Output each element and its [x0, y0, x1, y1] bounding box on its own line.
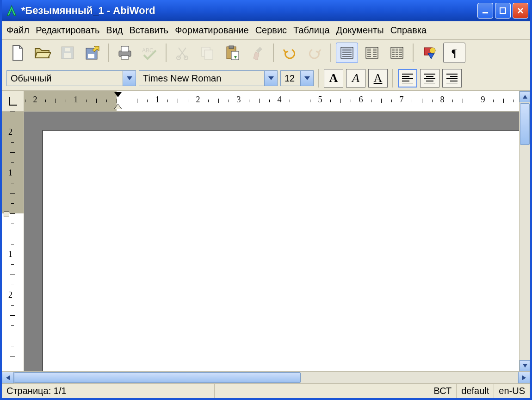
- svg-marker-52: [428, 53, 434, 59]
- scroll-thumb[interactable]: [14, 372, 301, 383]
- vertical-scrollbar[interactable]: [519, 91, 530, 371]
- menu-edit[interactable]: Редактировать: [36, 25, 99, 36]
- svg-point-53: [430, 48, 435, 53]
- ruler-number: 6: [359, 95, 363, 105]
- formatting-toolbar: Обычный Times New Roman 12 A A A: [2, 66, 530, 91]
- new-button[interactable]: [6, 43, 29, 63]
- columns-3-button[interactable]: [386, 43, 408, 63]
- scroll-track[interactable]: [14, 372, 518, 383]
- tab-stop-selector[interactable]: [2, 91, 24, 112]
- tabstop-icon: [9, 97, 17, 106]
- align-center-button[interactable]: [420, 69, 439, 88]
- scroll-right-button[interactable]: [518, 372, 530, 383]
- status-page: Страница: 1/1: [2, 384, 215, 398]
- status-lang[interactable]: en-US: [494, 384, 530, 398]
- style-value: Обычный: [7, 73, 123, 84]
- scroll-up-button[interactable]: [520, 91, 530, 102]
- size-combo[interactable]: 12: [280, 70, 314, 86]
- application-window: *Безымянный_1 - AbiWord Файл Редактирова…: [0, 0, 532, 400]
- svg-rect-4: [65, 48, 70, 51]
- svg-marker-73: [523, 364, 527, 368]
- align-right-button[interactable]: [442, 69, 462, 88]
- scroll-left-button[interactable]: [2, 372, 14, 383]
- titlebar[interactable]: *Безымянный_1 - AbiWord: [2, 0, 530, 21]
- ruler-number: 5: [318, 95, 322, 105]
- scroll-thumb[interactable]: [520, 103, 530, 145]
- underline-button[interactable]: A: [368, 69, 388, 88]
- svg-marker-55: [268, 76, 274, 80]
- size-value: 12: [281, 73, 300, 84]
- svg-marker-75: [522, 375, 526, 380]
- save-as-button[interactable]: [81, 43, 104, 63]
- minimize-button[interactable]: [477, 3, 493, 19]
- font-value: Times New Roman: [139, 73, 264, 84]
- align-left-button[interactable]: [398, 69, 417, 88]
- menu-service[interactable]: Сервис: [255, 25, 287, 36]
- shapes-button[interactable]: [418, 43, 440, 63]
- window-buttons: [477, 3, 528, 19]
- italic-button[interactable]: A: [346, 69, 365, 88]
- paste-button[interactable]: [221, 43, 243, 63]
- cut-button[interactable]: [171, 43, 193, 63]
- indent-marker[interactable]: [115, 91, 121, 110]
- menu-insert[interactable]: Вставить: [130, 25, 169, 36]
- svg-rect-6: [88, 54, 94, 58]
- menu-table[interactable]: Таблица: [293, 25, 329, 36]
- columns-2-button[interactable]: [361, 43, 383, 63]
- horizontal-scrollbar[interactable]: [2, 371, 530, 383]
- maximize-button[interactable]: [495, 3, 511, 19]
- dropdown-icon[interactable]: [300, 71, 313, 86]
- spellcheck-button[interactable]: ABC: [139, 43, 161, 63]
- document-page[interactable]: [43, 130, 519, 371]
- ruler-number: 1: [8, 250, 12, 259]
- dropdown-icon[interactable]: [264, 71, 277, 86]
- style-combo[interactable]: Обычный: [6, 70, 136, 86]
- menu-file[interactable]: Файл: [6, 25, 29, 36]
- scroll-down-button[interactable]: [520, 360, 530, 371]
- ruler-number: 2: [33, 95, 37, 105]
- columns-1-button[interactable]: [336, 43, 358, 63]
- ruler-number: 2: [8, 127, 12, 137]
- separator: [392, 69, 393, 88]
- vertical-ruler[interactable]: 2112: [2, 112, 24, 371]
- redo-button[interactable]: [303, 43, 326, 63]
- format-painter-button[interactable]: [246, 43, 268, 63]
- svg-rect-1: [500, 8, 506, 13]
- status-insert-mode[interactable]: ВСТ: [429, 384, 457, 398]
- svg-marker-72: [523, 95, 527, 99]
- svg-rect-3: [64, 53, 71, 58]
- menu-help[interactable]: Справка: [390, 25, 427, 36]
- menu-documents[interactable]: Документы: [336, 25, 384, 36]
- svg-text:ABC: ABC: [142, 47, 154, 54]
- svg-rect-16: [229, 46, 234, 49]
- svg-marker-56: [304, 76, 310, 80]
- menu-format[interactable]: Форматирование: [175, 25, 248, 36]
- separator: [413, 44, 414, 62]
- save-button[interactable]: [56, 43, 79, 63]
- v-indent-marker[interactable]: [4, 212, 9, 217]
- pilcrow-button[interactable]: ¶: [443, 43, 465, 63]
- status-default[interactable]: default: [457, 384, 494, 398]
- scroll-track[interactable]: [520, 102, 530, 360]
- menu-view[interactable]: Вид: [106, 25, 123, 36]
- horizontal-ruler[interactable]: 2112345678910: [24, 91, 519, 112]
- window-title: *Безымянный_1 - AbiWord: [21, 5, 477, 17]
- close-button[interactable]: [513, 3, 528, 19]
- document-viewport[interactable]: [24, 112, 519, 371]
- separator: [108, 44, 109, 62]
- ruler-number: 7: [400, 95, 404, 105]
- print-button[interactable]: [114, 43, 136, 63]
- bold-button[interactable]: A: [324, 69, 343, 88]
- dropdown-icon[interactable]: [123, 71, 136, 86]
- svg-marker-54: [127, 76, 132, 80]
- font-combo[interactable]: Times New Roman: [139, 70, 278, 86]
- svg-marker-74: [6, 375, 10, 380]
- ruler-number: 3: [237, 95, 241, 105]
- copy-button[interactable]: [196, 43, 218, 63]
- ruler-number: 1: [74, 95, 78, 105]
- ruler-number: 4: [278, 95, 282, 105]
- open-button[interactable]: [31, 43, 54, 63]
- undo-button[interactable]: [278, 43, 301, 63]
- app-icon: [6, 5, 18, 17]
- standard-toolbar: ABC: [2, 40, 530, 66]
